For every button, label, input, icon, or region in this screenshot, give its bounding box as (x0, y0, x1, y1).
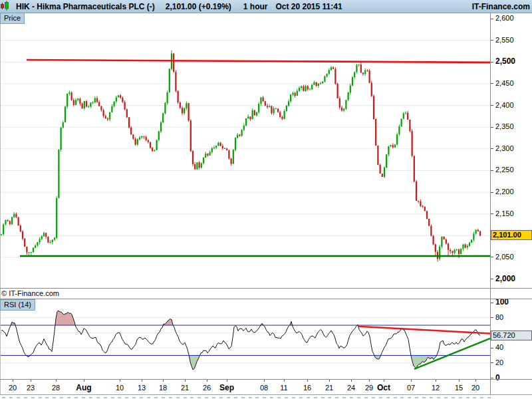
x-axis-label: 07 (399, 384, 423, 392)
x-axis-minor-tick (241, 397, 245, 398)
x-axis-minor-tick (234, 397, 237, 398)
price-axis-label: 2,550 (495, 36, 514, 45)
x-axis-minor-tick (386, 397, 390, 398)
x-axis-label: 16 (295, 384, 319, 392)
x-axis-minor-tick (263, 397, 266, 398)
x-axis-minor-tick (24, 397, 27, 398)
x-axis-minor-tick (140, 397, 143, 398)
x-axis-minor-tick (372, 397, 375, 398)
x-axis-minor-tick (198, 397, 201, 398)
x-axis-minor-tick (459, 397, 462, 398)
price-axis-label: 2,400 (495, 101, 514, 110)
rsi-bottom-border (0, 379, 532, 380)
tab-price[interactable]: Price (0, 13, 25, 24)
x-axis-minor-tick (408, 397, 411, 398)
x-axis-minor-tick (452, 397, 455, 398)
x-axis-label: 11 (272, 384, 296, 392)
x-axis-minor-tick (67, 397, 70, 398)
chart-area[interactable] (0, 0, 532, 399)
x-axis-minor-tick (364, 397, 368, 398)
x-axis-minor-tick (82, 397, 85, 398)
rsi-value-label: 56.720 (491, 331, 532, 340)
left-border (0, 13, 1, 395)
x-axis-label: 23 (19, 384, 43, 392)
x-axis-minor-tick (415, 397, 418, 398)
x-axis-label: 28 (44, 384, 68, 392)
x-axis-label: 20 (464, 384, 487, 392)
x-axis-minor-tick (111, 397, 114, 398)
x-axis-minor-tick (89, 397, 92, 398)
x-axis-minor-tick (9, 397, 13, 398)
price-axis-label: 2,350 (495, 122, 514, 131)
x-axis-minor-tick (437, 397, 440, 398)
x-axis-label: Sep (215, 384, 239, 392)
x-axis-minor-tick (299, 397, 303, 398)
chart-canvas (0, 0, 532, 399)
price-axis-label: 2,150 (495, 209, 514, 218)
x-axis-minor-tick (466, 397, 469, 398)
last-price-label: 2,101.00 (491, 230, 532, 240)
x-axis-minor-tick (277, 397, 281, 398)
x-axis-minor-tick (45, 397, 49, 398)
x-axis-minor-tick (292, 397, 295, 398)
x-axis-minor-tick (205, 397, 208, 398)
x-axis-minor-tick (212, 397, 215, 398)
price-axis-label: 2,000 (495, 275, 515, 283)
price-axis-label: 2,250 (495, 166, 514, 174)
x-axis-minor-tick (430, 397, 433, 398)
xaxis-bottom-border (0, 394, 532, 395)
watermark: © IT-Finance.com (1, 289, 59, 297)
x-axis-minor-tick (307, 397, 310, 398)
x-axis-minor-tick (176, 397, 180, 398)
x-axis-minor-tick (473, 397, 476, 398)
x-axis-label: 12 (424, 384, 448, 392)
x-axis-minor-tick (227, 397, 230, 398)
price-plot-bottom-border (0, 288, 532, 289)
x-axis-minor-tick (480, 397, 483, 398)
x-axis-minor-tick (321, 397, 325, 398)
x-axis-minor-tick (400, 397, 404, 398)
x-axis-minor-tick (125, 397, 128, 398)
x-axis-minor-tick (444, 397, 448, 398)
x-axis-minor-tick (285, 397, 288, 398)
x-axis-minor-tick (487, 397, 491, 398)
x-axis-minor-tick (379, 397, 382, 398)
x-axis-minor-tick (314, 397, 317, 398)
tab-rsi[interactable]: RSI (14) (0, 299, 35, 311)
x-axis-minor-tick (190, 397, 194, 398)
price-axis-label: 2,600 (495, 14, 514, 23)
x-axis-minor-tick (350, 397, 353, 398)
x-axis-minor-tick (31, 397, 35, 398)
x-axis-minor-tick (147, 397, 150, 398)
x-axis-minor-tick (219, 397, 223, 398)
rsi-axis-label: 40 (495, 343, 503, 352)
price-axis-label: 2,200 (495, 188, 514, 196)
x-axis-label: 10 (108, 384, 132, 392)
app-window: HIK - Hikma Pharmaceuticals PLC (-) 2,10… (0, 0, 532, 399)
x-axis-minor-tick (162, 397, 165, 398)
rsi-axis-label: 20 (495, 358, 503, 367)
x-axis-label: Oct (372, 384, 396, 392)
price-axis-label: 2,050 (495, 253, 514, 261)
x-axis-minor-tick (39, 397, 42, 398)
x-axis-label: Aug (72, 384, 96, 392)
x-axis-minor-tick (96, 397, 100, 398)
x-axis-label: 13 (130, 384, 154, 392)
x-axis-label: 18 (151, 384, 175, 392)
x-axis-minor-tick (17, 397, 20, 398)
x-axis-minor-tick (60, 397, 63, 398)
x-axis-minor-tick (2, 397, 5, 398)
x-axis-minor-tick (169, 397, 172, 398)
rsi-axis-label: 0 (495, 374, 500, 382)
x-axis-minor-tick (335, 397, 338, 398)
rsi-axis-label: 80 (495, 313, 503, 322)
price-axis-label: 2,500 (495, 57, 515, 66)
price-axis-label: 2,300 (495, 144, 514, 153)
x-axis-minor-tick (328, 397, 331, 398)
x-axis-label: 21 (173, 384, 197, 392)
panel-divider (0, 299, 532, 299)
x-axis-minor-tick (184, 397, 187, 398)
x-axis-minor-tick (342, 397, 346, 398)
x-axis-minor-tick (154, 397, 158, 398)
x-axis-label: 21 (317, 384, 341, 392)
